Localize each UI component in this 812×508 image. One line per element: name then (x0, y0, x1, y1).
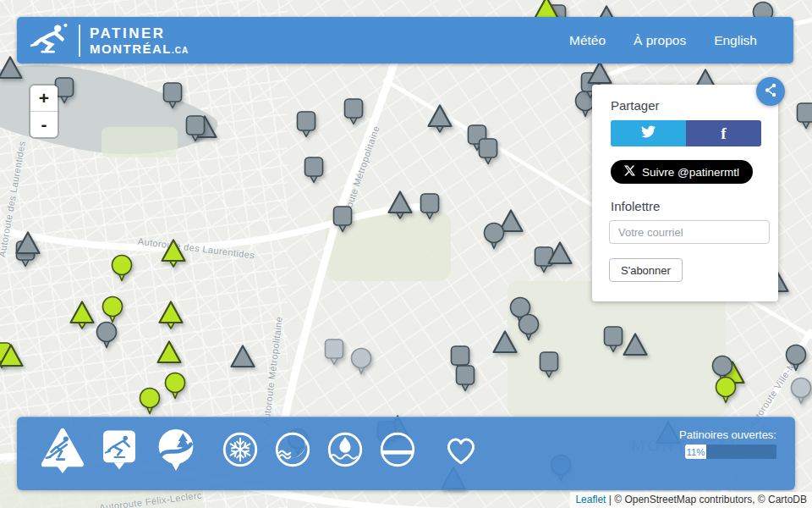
rink-marker-sq-gray[interactable] (177, 108, 214, 146)
open-rinks-label: Patinoires ouvertes: (679, 428, 776, 441)
zoom-out-button[interactable]: - (30, 112, 58, 137)
nav-english[interactable]: English (714, 33, 757, 48)
rink-marker-sq-gray[interactable] (154, 75, 191, 113)
cleared-condition-filter[interactable] (274, 431, 312, 472)
share-panel: Partager f Suivre @patinermtl Infolettre… (592, 85, 778, 301)
rink-marker-cir-green[interactable] (707, 370, 744, 407)
rink-marker-cir-green[interactable] (103, 248, 140, 285)
x-logo-icon (624, 165, 635, 179)
rink-marker-tri-gray[interactable] (486, 326, 524, 363)
rink-marker-tri-gray[interactable] (421, 100, 458, 137)
rink-marker-sq-gray[interactable] (324, 199, 361, 236)
resurfaced-condition-filter[interactable] (379, 431, 417, 472)
rink-marker-sq-gray[interactable] (335, 91, 372, 129)
logo-suffix: .CA (172, 46, 189, 55)
rink-marker-cir-green[interactable] (131, 381, 168, 418)
tree-path-round-marker-icon (155, 427, 197, 474)
rink-marker-sq-gray[interactable] (411, 186, 448, 224)
skating-rink-filter[interactable] (100, 428, 140, 476)
facebook-f-icon: f (721, 124, 726, 143)
smooth-ice-icon (379, 431, 417, 469)
rink-marker-sq-gray[interactable] (447, 358, 484, 395)
nav-meteo[interactable]: Météo (569, 33, 606, 48)
rink-marker-tri-gray[interactable] (541, 237, 579, 274)
rink-marker-sq-gray[interactable] (288, 104, 325, 141)
logo-text: PATINER MONTRÉAL.CA (90, 26, 189, 55)
zoom-control: + - (30, 86, 58, 137)
email-input[interactable] (609, 220, 770, 244)
rink-marker-cir-gray[interactable] (88, 315, 125, 352)
rink-marker-cir-light[interactable] (343, 341, 380, 378)
favorites-filter[interactable] (442, 433, 480, 471)
rink-marker-sq-gray[interactable] (295, 150, 332, 187)
snowy-condition-filter[interactable] (222, 431, 260, 472)
snowflake-icon (222, 431, 260, 469)
rink-marker-sq-gray[interactable] (787, 96, 812, 133)
logo-divider (79, 25, 80, 57)
rink-marker-tri-green[interactable] (155, 235, 192, 272)
logo[interactable]: PATINER MONTRÉAL.CA (30, 22, 189, 58)
share-panel-title: Partager (611, 98, 778, 113)
heart-icon (442, 433, 480, 467)
speed-skater-square-marker-icon (100, 428, 140, 472)
rink-marker-tri-gray[interactable] (9, 227, 47, 264)
rink-marker-sq-gray[interactable] (469, 131, 507, 168)
scraped-ice-icon (274, 431, 312, 469)
rink-marker-cir-gray[interactable] (475, 216, 513, 253)
rink-marker-tri-gray[interactable] (224, 340, 261, 378)
attribution-separator: | (606, 494, 614, 505)
facebook-share-button[interactable]: f (686, 120, 761, 146)
open-rinks-progressbar: 11% (685, 444, 776, 459)
rink-marker-tri-green[interactable] (0, 340, 30, 377)
header: PATINER MONTRÉAL.CA Météo À propos Engli… (17, 17, 793, 64)
map-attribution: Leaflet | © OpenStreetMap contributors, … (570, 492, 812, 508)
hockey-player-triangle-marker-icon (39, 426, 86, 475)
open-rinks-percent: 11% (686, 447, 705, 457)
share-toggle-button[interactable] (756, 77, 785, 106)
app: Autoroute MétropolitaineAutoroute Métrop… (0, 0, 812, 508)
social-buttons: f (611, 120, 761, 146)
twitter-bird-icon (641, 124, 656, 142)
rink-marker-sq-gray[interactable] (530, 345, 568, 382)
water-drop-icon (326, 431, 365, 469)
rink-marker-cir-light[interactable] (782, 371, 812, 408)
rink-marker-cir-gray[interactable] (777, 338, 812, 375)
subscribe-button[interactable]: S'abonner (609, 258, 683, 282)
twitter-share-button[interactable] (611, 120, 686, 146)
logo-line2: MONTRÉAL.CA (90, 42, 189, 55)
nav-a-propos[interactable]: À propos (634, 33, 686, 48)
share-icon (763, 82, 779, 102)
attribution-text: © OpenStreetMap contributors, © CartoDB (614, 494, 807, 505)
main-nav: Météo À propos English (569, 33, 757, 48)
speed-skater-icon (30, 22, 69, 58)
zoom-in-button[interactable]: + (30, 86, 58, 112)
open-rinks-progress-value: 11% (685, 444, 706, 459)
rink-marker-tri-gray[interactable] (617, 329, 654, 366)
logo-line1: PATINER (90, 26, 189, 41)
filter-bar: Patinoires ouvertes: 11% (17, 417, 795, 490)
follow-twitter-button[interactable]: Suivre @patinermtl (611, 160, 753, 184)
newsletter-title: Infolettre (611, 199, 778, 213)
landscaped-rink-filter[interactable] (155, 427, 197, 478)
follow-label: Suivre @patinermtl (642, 166, 739, 179)
leaflet-link[interactable]: Leaflet (575, 494, 606, 505)
watered-condition-filter[interactable] (326, 431, 365, 472)
rink-marker-tri-green[interactable] (152, 296, 189, 334)
hockey-rink-filter[interactable] (39, 426, 86, 478)
